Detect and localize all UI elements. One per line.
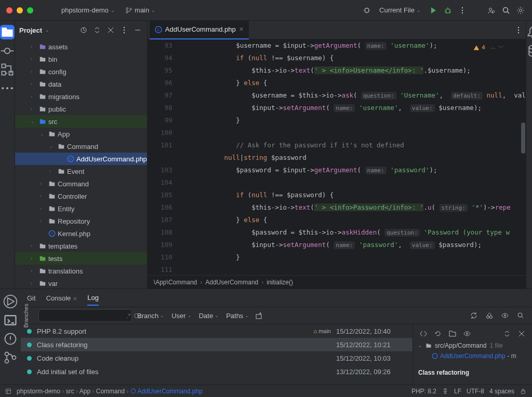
- regex-toggle[interactable]: .*: [126, 312, 131, 320]
- log-filter-branch[interactable]: Branch ⌄: [137, 312, 164, 320]
- commit-row[interactable]: Class refactoring15/12/2022, 10:21: [21, 338, 413, 351]
- scrollbar-thumb[interactable]: [521, 122, 525, 154]
- tree-row[interactable]: ⌄src: [15, 115, 147, 128]
- status-crumb[interactable]: AddUserCommand.php: [130, 388, 203, 395]
- chevron-down-icon[interactable]: ⌄: [45, 28, 49, 33]
- expand-button[interactable]: [502, 328, 512, 339]
- new-branch-button[interactable]: [254, 310, 264, 321]
- tree-row[interactable]: ›config: [15, 65, 147, 78]
- chevron-down-icon[interactable]: ⌄: [418, 343, 422, 348]
- project-tool-button[interactable]: [0, 25, 15, 39]
- notifications-tool-button[interactable]: [526, 25, 532, 39]
- tree-row[interactable]: ›assets: [15, 40, 147, 53]
- git-tool-button[interactable]: [3, 350, 18, 365]
- tree-arrow[interactable]: ›: [31, 268, 37, 273]
- preview-diff-button[interactable]: [462, 328, 472, 339]
- tab-log[interactable]: Log: [87, 291, 99, 306]
- status-crumb[interactable]: src: [66, 388, 74, 395]
- tree-row[interactable]: ›translations: [15, 265, 147, 277]
- tree-row[interactable]: CKernel.php: [15, 227, 147, 240]
- editor-breadcrumbs[interactable]: \App\Command›AddUserCommand›initialize(): [148, 275, 526, 289]
- tree-arrow[interactable]: ›: [40, 194, 46, 199]
- project-tree[interactable]: ›assets›bin›config›data›migrations›publi…: [15, 39, 147, 289]
- status-crumb[interactable]: App: [79, 388, 90, 395]
- tree-arrow[interactable]: ›: [49, 169, 56, 174]
- tree-arrow[interactable]: ⌄: [31, 119, 37, 124]
- run-button[interactable]: [428, 5, 438, 16]
- tree-arrow[interactable]: ›: [31, 69, 37, 74]
- cherry-pick-button[interactable]: [484, 310, 495, 321]
- tree-row[interactable]: ›Controller: [15, 190, 147, 202]
- tab-console[interactable]: Console✕: [46, 291, 77, 305]
- more-actions-button[interactable]: [457, 5, 468, 16]
- search-button[interactable]: [501, 5, 511, 16]
- code-body[interactable]: $username = $input->getArgument( name: '…: [179, 39, 526, 275]
- tab-git[interactable]: Git: [27, 291, 36, 305]
- commit-list[interactable]: PHP 8.2 support⌂ main15/12/2022, 10:40Cl…: [21, 324, 413, 385]
- breadcrumb-item[interactable]: AddUserCommand: [205, 279, 258, 286]
- tree-row[interactable]: ›var: [15, 277, 147, 289]
- tree-arrow[interactable]: ›: [40, 206, 46, 211]
- tab-options-button[interactable]: [513, 25, 524, 35]
- structure-tool-button[interactable]: [0, 62, 15, 77]
- revert-button[interactable]: [433, 328, 443, 339]
- tree-row[interactable]: ›Repository: [15, 215, 147, 227]
- tree-arrow[interactable]: ›: [31, 57, 37, 62]
- tree-arrow[interactable]: ›: [31, 281, 37, 286]
- refresh-button[interactable]: [469, 310, 479, 321]
- maximize-window-button[interactable]: [27, 7, 33, 13]
- search-field[interactable]: [45, 312, 123, 319]
- tree-arrow[interactable]: ›: [31, 106, 37, 112]
- close-window-button[interactable]: [6, 7, 12, 13]
- commit-tool-button[interactable]: [0, 44, 15, 58]
- project-selector[interactable]: phpstorm-demo ⌄: [58, 4, 118, 16]
- close-detail-button[interactable]: [516, 328, 527, 339]
- tree-row[interactable]: ›bin: [15, 53, 147, 65]
- tree-row[interactable]: ›templates: [15, 240, 147, 252]
- editor-scrollbar[interactable]: [521, 50, 526, 275]
- group-button[interactable]: [447, 328, 458, 339]
- detail-file[interactable]: AddUserCommand.php: [440, 352, 505, 360]
- services-tool-button[interactable]: [3, 294, 18, 309]
- tree-row[interactable]: ›tests: [15, 252, 147, 265]
- file-encoding[interactable]: UTF-8: [467, 388, 484, 395]
- debug-button[interactable]: [443, 5, 453, 16]
- close-tab-button[interactable]: ✕: [239, 26, 244, 33]
- tree-arrow[interactable]: ›: [40, 218, 46, 224]
- tree-arrow[interactable]: ⌄: [40, 131, 46, 136]
- tree-arrow[interactable]: ⌄: [49, 144, 56, 149]
- log-filter-user[interactable]: User ⌄: [171, 312, 191, 320]
- breadcrumb-item[interactable]: initialize(): [267, 279, 293, 286]
- log-search-input[interactable]: .* Cc: [38, 309, 132, 322]
- chevron-up-icon[interactable]: ︿: [490, 42, 496, 54]
- run-debug-gutter-button[interactable]: [362, 5, 372, 16]
- tree-row[interactable]: ⌄Command: [15, 140, 147, 153]
- editor-tab[interactable]: C AddUserCommand.php ✕: [150, 21, 249, 39]
- tree-arrow[interactable]: ›: [31, 243, 37, 249]
- php-version[interactable]: PHP: 8.2: [411, 388, 436, 395]
- tree-arrow[interactable]: ›: [31, 94, 37, 99]
- minimize-window-button[interactable]: [17, 7, 23, 13]
- terminal-tool-button[interactable]: [3, 313, 18, 327]
- problems-tool-button[interactable]: [3, 332, 18, 346]
- panel-options-button[interactable]: [119, 25, 129, 35]
- lock-icon[interactable]: [520, 388, 527, 395]
- git-branch-selector[interactable]: main ⌄: [122, 4, 158, 16]
- tree-row[interactable]: CAddUserCommand.php: [15, 153, 147, 165]
- code-with-me-button[interactable]: [486, 5, 497, 16]
- tree-row[interactable]: ›migrations: [15, 90, 147, 103]
- php-listener-icon[interactable]: [442, 388, 449, 395]
- commit-row[interactable]: PHP 8.2 support⌂ main15/12/2022, 10:40: [21, 324, 413, 338]
- log-filter-date[interactable]: Date ⌄: [199, 312, 219, 320]
- tree-arrow[interactable]: ›: [40, 181, 46, 186]
- tree-row[interactable]: ›Event: [15, 165, 147, 177]
- indent-setting[interactable]: 4 spaces: [489, 388, 514, 395]
- settings-button[interactable]: [515, 5, 526, 16]
- chevron-down-icon[interactable]: ﹀: [498, 42, 504, 54]
- run-configuration-selector[interactable]: Current File ⌄: [376, 4, 424, 16]
- hide-tool-windows-icon[interactable]: [5, 388, 11, 394]
- status-crumb[interactable]: phpstorm-demo: [17, 388, 60, 395]
- statusbar-breadcrumbs[interactable]: phpstorm-demo › src › App › Command › Ad…: [17, 388, 203, 395]
- close-icon[interactable]: ✕: [73, 296, 77, 302]
- code-editor[interactable]: 4 ︿ ﹀ 9394959697989910010110310410510610…: [148, 39, 526, 275]
